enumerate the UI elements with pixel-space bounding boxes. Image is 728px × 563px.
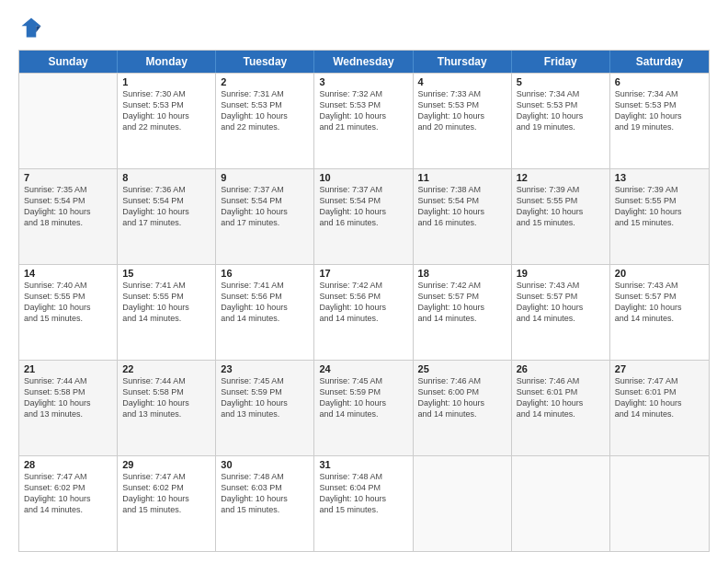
calendar-cell: 20Sunrise: 7:43 AM Sunset: 5:57 PM Dayli… [610,265,709,360]
calendar-cell: 13Sunrise: 7:39 AM Sunset: 5:55 PM Dayli… [610,169,709,264]
logo [18,15,48,40]
day-number: 5 [517,76,605,87]
calendar-row: 7Sunrise: 7:35 AM Sunset: 5:54 PM Daylig… [19,168,709,264]
day-info: Sunrise: 7:32 AM Sunset: 5:53 PM Dayligh… [319,88,407,133]
day-number: 15 [122,268,210,279]
calendar-cell: 19Sunrise: 7:43 AM Sunset: 5:57 PM Dayli… [512,265,610,360]
day-number: 1 [122,76,210,87]
day-info: Sunrise: 7:33 AM Sunset: 5:53 PM Dayligh… [418,88,506,133]
day-number: 17 [319,268,407,279]
day-info: Sunrise: 7:39 AM Sunset: 5:55 PM Dayligh… [517,184,605,229]
calendar-cell: 12Sunrise: 7:39 AM Sunset: 5:55 PM Dayli… [512,169,610,264]
calendar-cell: 6Sunrise: 7:34 AM Sunset: 5:53 PM Daylig… [610,74,709,168]
day-number: 25 [418,363,506,374]
day-number: 31 [319,459,407,470]
day-number: 6 [615,76,704,87]
day-info: Sunrise: 7:47 AM Sunset: 6:02 PM Dayligh… [122,471,210,516]
calendar-cell [512,456,610,551]
calendar-cell: 18Sunrise: 7:42 AM Sunset: 5:57 PM Dayli… [414,265,512,360]
calendar-cell [610,456,709,551]
day-info: Sunrise: 7:35 AM Sunset: 5:54 PM Dayligh… [24,184,112,229]
weekday-header: Sunday [19,51,118,73]
calendar-cell: 27Sunrise: 7:47 AM Sunset: 6:01 PM Dayli… [610,361,709,455]
day-number: 10 [319,172,407,183]
calendar-cell: 11Sunrise: 7:38 AM Sunset: 5:54 PM Dayli… [414,169,512,264]
calendar-row: 28Sunrise: 7:47 AM Sunset: 6:02 PM Dayli… [19,455,709,551]
calendar-row: 1Sunrise: 7:30 AM Sunset: 5:53 PM Daylig… [19,73,709,168]
day-number: 4 [418,76,506,87]
calendar-cell: 22Sunrise: 7:44 AM Sunset: 5:58 PM Dayli… [118,361,216,455]
svg-marker-1 [36,26,40,32]
calendar-cell: 3Sunrise: 7:32 AM Sunset: 5:53 PM Daylig… [314,74,413,168]
day-number: 18 [418,268,506,279]
calendar-cell: 16Sunrise: 7:41 AM Sunset: 5:56 PM Dayli… [216,265,314,360]
calendar-cell: 31Sunrise: 7:48 AM Sunset: 6:04 PM Dayli… [314,456,413,551]
weekday-header: Saturday [610,51,709,73]
calendar-page: SundayMondayTuesdayWednesdayThursdayFrid… [0,0,728,563]
day-info: Sunrise: 7:43 AM Sunset: 5:57 PM Dayligh… [615,280,704,325]
weekday-header: Friday [512,51,610,73]
calendar-cell: 28Sunrise: 7:47 AM Sunset: 6:02 PM Dayli… [19,456,118,551]
calendar: SundayMondayTuesdayWednesdayThursdayFrid… [18,50,710,552]
day-info: Sunrise: 7:31 AM Sunset: 5:53 PM Dayligh… [221,88,309,133]
calendar-cell: 23Sunrise: 7:45 AM Sunset: 5:59 PM Dayli… [216,361,314,455]
calendar-cell: 1Sunrise: 7:30 AM Sunset: 5:53 PM Daylig… [118,74,216,168]
day-info: Sunrise: 7:45 AM Sunset: 5:59 PM Dayligh… [221,375,309,420]
logo-icon [18,15,44,40]
calendar-header: SundayMondayTuesdayWednesdayThursdayFrid… [19,51,709,73]
day-info: Sunrise: 7:41 AM Sunset: 5:56 PM Dayligh… [221,280,309,325]
day-info: Sunrise: 7:34 AM Sunset: 5:53 PM Dayligh… [517,88,605,133]
calendar-cell [414,456,512,551]
day-info: Sunrise: 7:36 AM Sunset: 5:54 PM Dayligh… [122,184,210,229]
day-info: Sunrise: 7:46 AM Sunset: 6:00 PM Dayligh… [418,375,506,420]
day-number: 16 [221,268,309,279]
calendar-cell: 15Sunrise: 7:41 AM Sunset: 5:55 PM Dayli… [118,265,216,360]
day-info: Sunrise: 7:45 AM Sunset: 5:59 PM Dayligh… [319,375,407,420]
day-number: 24 [319,363,407,374]
weekday-header: Wednesday [314,51,413,73]
calendar-row: 21Sunrise: 7:44 AM Sunset: 5:58 PM Dayli… [19,360,709,455]
day-number: 20 [615,268,704,279]
header [18,15,710,40]
day-number: 23 [221,363,309,374]
day-number: 22 [122,363,210,374]
calendar-cell: 8Sunrise: 7:36 AM Sunset: 5:54 PM Daylig… [118,169,216,264]
day-number: 29 [122,459,210,470]
day-info: Sunrise: 7:40 AM Sunset: 5:55 PM Dayligh… [24,280,112,325]
day-info: Sunrise: 7:37 AM Sunset: 5:54 PM Dayligh… [221,184,309,229]
day-number: 13 [615,172,704,183]
day-info: Sunrise: 7:43 AM Sunset: 5:57 PM Dayligh… [517,280,605,325]
calendar-row: 14Sunrise: 7:40 AM Sunset: 5:55 PM Dayli… [19,264,709,360]
calendar-body: 1Sunrise: 7:30 AM Sunset: 5:53 PM Daylig… [19,73,709,551]
calendar-cell: 2Sunrise: 7:31 AM Sunset: 5:53 PM Daylig… [216,74,314,168]
day-info: Sunrise: 7:39 AM Sunset: 5:55 PM Dayligh… [615,184,704,229]
day-number: 19 [517,268,605,279]
day-number: 21 [24,363,112,374]
calendar-cell: 30Sunrise: 7:48 AM Sunset: 6:03 PM Dayli… [216,456,314,551]
weekday-header: Tuesday [216,51,314,73]
day-info: Sunrise: 7:46 AM Sunset: 6:01 PM Dayligh… [517,375,605,420]
calendar-cell: 29Sunrise: 7:47 AM Sunset: 6:02 PM Dayli… [118,456,216,551]
day-number: 8 [122,172,210,183]
day-number: 30 [221,459,309,470]
day-info: Sunrise: 7:37 AM Sunset: 5:54 PM Dayligh… [319,184,407,229]
day-number: 3 [319,76,407,87]
day-number: 14 [24,268,112,279]
day-info: Sunrise: 7:44 AM Sunset: 5:58 PM Dayligh… [24,375,112,420]
day-number: 28 [24,459,112,470]
day-info: Sunrise: 7:42 AM Sunset: 5:57 PM Dayligh… [418,280,506,325]
calendar-cell: 14Sunrise: 7:40 AM Sunset: 5:55 PM Dayli… [19,265,118,360]
calendar-cell: 21Sunrise: 7:44 AM Sunset: 5:58 PM Dayli… [19,361,118,455]
day-number: 7 [24,172,112,183]
day-number: 11 [418,172,506,183]
day-info: Sunrise: 7:41 AM Sunset: 5:55 PM Dayligh… [122,280,210,325]
day-info: Sunrise: 7:47 AM Sunset: 6:02 PM Dayligh… [24,471,112,516]
weekday-header: Thursday [414,51,512,73]
day-number: 2 [221,76,309,87]
calendar-cell: 5Sunrise: 7:34 AM Sunset: 5:53 PM Daylig… [512,74,610,168]
weekday-header: Monday [118,51,216,73]
day-number: 9 [221,172,309,183]
day-number: 26 [517,363,605,374]
calendar-cell: 7Sunrise: 7:35 AM Sunset: 5:54 PM Daylig… [19,169,118,264]
day-info: Sunrise: 7:30 AM Sunset: 5:53 PM Dayligh… [122,88,210,133]
